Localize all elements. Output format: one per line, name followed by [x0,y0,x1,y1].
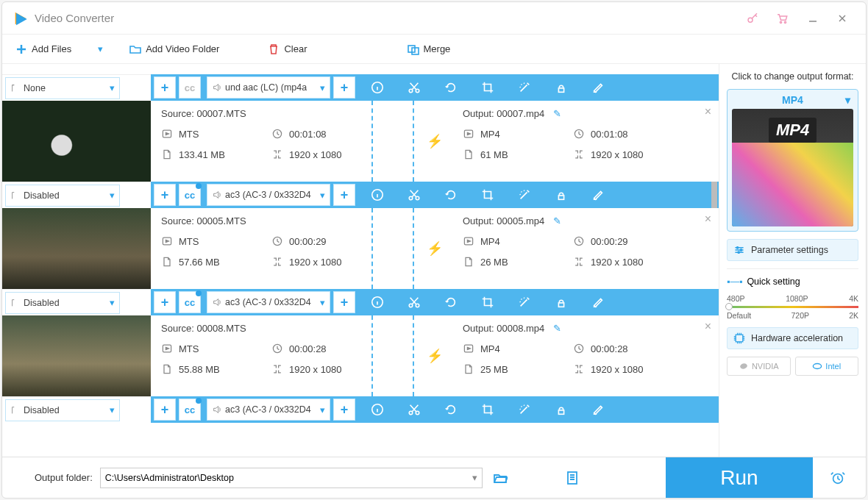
cc-button[interactable]: cc [179,399,201,421]
run-button[interactable]: Run [666,457,813,499]
open-folder-button[interactable] [490,468,511,488]
pencil-icon[interactable]: ✎ [553,215,561,226]
close-button[interactable] [829,9,855,28]
info-sheet-button[interactable] [562,468,583,488]
subtitle-value: None [24,83,46,93]
rotate-icon[interactable] [444,295,458,310]
rotate-icon[interactable] [444,188,458,202]
cart-icon[interactable] [772,8,792,29]
src-size: 133.41 MB [179,149,225,160]
audio-select[interactable]: und aac (LC) (mp4a ▾ [207,76,330,99]
thumbnail[interactable] [2,208,151,289]
subtitle-select[interactable]: Disabled▾ [5,185,120,207]
pencil-icon[interactable]: ✎ [553,323,561,334]
alarm-button[interactable] [820,457,855,499]
key-icon[interactable] [742,8,763,29]
nvidia-chip[interactable]: NVIDIA [727,357,791,376]
cut-icon[interactable] [407,402,421,417]
svg-point-33 [409,411,413,415]
src-duration: 00:01:08 [289,129,327,140]
subtitle-select[interactable]: None ▾ [5,77,120,99]
thumbnail[interactable] [2,101,151,182]
add-files-button[interactable]: Add Files ▾ [10,40,109,58]
cut-icon[interactable] [407,295,421,310]
effects-icon[interactable] [517,295,532,310]
out-duration: 00:00:28 [591,343,628,354]
output-folder-input[interactable]: C:\Users\Administrator\Desktop ▾ [100,468,483,488]
quality-slider[interactable]: 480P1080P4K Default720P2K [727,294,858,320]
chevron-down-icon: ▾ [105,297,115,308]
remove-button[interactable]: × [705,213,711,226]
pencil-icon[interactable]: ✎ [553,108,561,119]
cc-button[interactable]: cc [179,291,201,313]
audio-select[interactable]: ac3 (AC-3 / 0x332D4▾ [207,399,330,421]
out-format: MP4 [480,343,500,354]
add-audio-button[interactable]: + [333,76,355,99]
slider-mark: Default [727,311,751,320]
subtitle-select[interactable]: Disabled▾ [5,292,120,314]
audio-select[interactable]: ac3 (AC-3 / 0x332D4▾ [207,184,330,206]
cc-button[interactable]: cc [179,76,201,99]
add-files-chevron-icon[interactable]: ▾ [98,43,103,54]
watermark-icon[interactable] [554,402,569,417]
hardware-accel-button[interactable]: Hardware acceleration [727,327,858,349]
add-subtitle-button[interactable]: + [154,184,176,206]
clear-button[interactable]: Clear [262,40,313,58]
audio-select[interactable]: ac3 (AC-3 / 0x332D4▾ [207,291,330,313]
add-files-label: Add Files [32,43,71,54]
merge-button[interactable]: Merge [402,40,457,58]
audio-value: ac3 (AC-3 / 0x332D4 [225,297,311,307]
crop-icon[interactable] [480,295,495,310]
intel-chip[interactable]: Intel [795,357,859,376]
edit-icon[interactable] [591,295,605,310]
add-audio-button[interactable]: + [333,184,355,206]
add-subtitle-button[interactable]: + [154,76,176,99]
subtitle-select[interactable]: Disabled▾ [5,399,120,421]
output-label: Output: 00008.mp4 [463,323,544,334]
info-icon[interactable] [370,188,385,202]
add-folder-label: Add Video Folder [146,43,219,54]
out-resolution: 1920 x 1080 [591,257,644,268]
minimize-button[interactable] [800,9,826,28]
add-audio-button[interactable]: + [333,399,355,421]
cut-icon[interactable] [407,188,421,202]
edit-icon[interactable] [591,188,605,202]
add-subtitle-button[interactable]: + [154,399,176,421]
effects-icon[interactable] [517,80,532,95]
cc-button[interactable]: cc [179,184,201,206]
rotate-icon[interactable] [444,80,458,95]
effects-icon[interactable] [517,402,532,417]
slider-mark: 480P [727,294,745,303]
edit-icon[interactable] [591,80,605,95]
out-duration: 00:01:08 [591,129,628,140]
row-actions: Disabled▾ + cc ac3 (AC-3 / 0x332D4▾ + [2,289,719,315]
parameter-settings-button[interactable]: Parameter settings [727,239,858,261]
info-icon[interactable] [370,295,385,310]
rotate-icon[interactable] [444,402,458,417]
file-row: × Source: 00007.MTS MTS 00:01:08 133.41 … [2,101,719,182]
remove-button[interactable]: × [705,105,711,118]
slider-thumb[interactable] [725,303,733,310]
info-icon[interactable] [370,80,385,95]
info-icon[interactable] [370,402,385,417]
edit-icon[interactable] [591,402,605,417]
crop-icon[interactable] [480,188,495,202]
chevron-down-icon: ▾ [472,472,477,483]
add-subtitle-button[interactable]: + [154,291,176,313]
watermark-icon[interactable] [554,295,569,310]
effects-icon[interactable] [517,188,532,202]
output-folder-label: Output folder: [35,472,93,483]
cut-icon[interactable] [407,80,421,95]
add-folder-button[interactable]: Add Video Folder [124,40,225,58]
crop-icon[interactable] [480,80,495,95]
remove-button[interactable]: × [705,320,711,333]
watermark-icon[interactable] [554,80,569,95]
watermark-icon[interactable] [554,188,569,202]
intel-label: Intel [825,362,841,371]
add-audio-button[interactable]: + [333,291,355,313]
thumbnail[interactable] [2,315,151,396]
output-format-card[interactable]: MP4▾ MP4 [727,89,858,232]
svg-point-40 [814,364,822,369]
format-preview-icon: MP4 [732,109,853,226]
crop-icon[interactable] [480,402,495,417]
